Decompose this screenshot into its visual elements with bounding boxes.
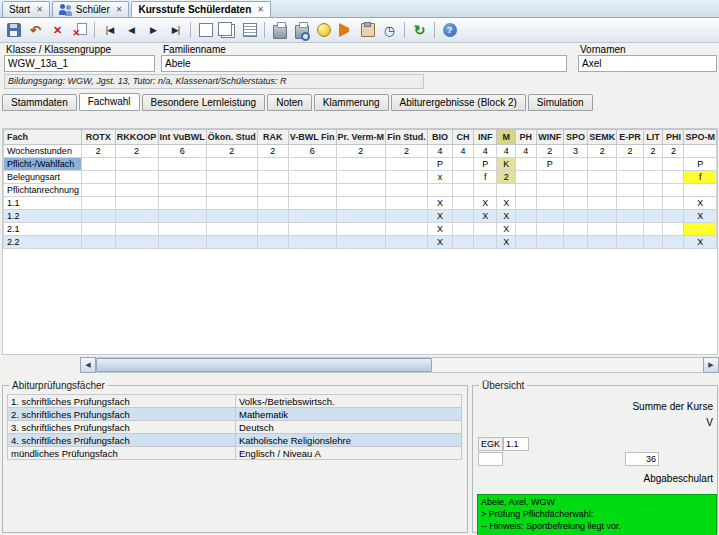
grid-cell[interactable] [663,171,684,184]
copy-record-button[interactable] [217,20,238,41]
grid-cell[interactable] [81,210,115,223]
grid-cell[interactable] [386,158,428,171]
grid-cell[interactable] [81,158,115,171]
help-button[interactable] [439,20,460,41]
grid-cell[interactable]: P [536,158,563,171]
grid-cell[interactable] [336,210,386,223]
column-header-inf[interactable]: INF [474,130,497,145]
grid-cell[interactable] [564,171,588,184]
grid-cell[interactable] [588,197,617,210]
column-header-phi[interactable]: PHI [663,130,684,145]
grid-cell[interactable] [536,236,563,249]
grid-cell[interactable] [158,197,206,210]
exam-subject-label[interactable]: 1. schriftliches Prüfungsfach [8,395,236,408]
grid-cell[interactable]: P [684,158,717,171]
grid-cell[interactable] [564,210,588,223]
grid-cell[interactable] [536,184,563,197]
grid-cell[interactable] [452,197,473,210]
grid-cell[interactable]: 2 [206,145,257,158]
tab-fachwahl[interactable]: Fachwahl [79,93,140,111]
grid-cell[interactable] [684,184,717,197]
grid-cell[interactable] [617,158,643,171]
column-header-rak[interactable]: RAK [257,130,288,145]
grid-cell[interactable]: x [427,171,452,184]
grid-cell[interactable] [257,197,288,210]
grid-cell[interactable] [206,184,257,197]
nav-next-button[interactable] [143,20,164,41]
row-label-belegungsart[interactable]: Belegungsart [4,171,82,184]
grid-cell[interactable] [536,197,563,210]
grid-cell[interactable] [81,171,115,184]
grid-cell[interactable] [115,210,158,223]
grid-cell[interactable]: 2 [497,171,516,184]
grid-cell[interactable] [564,184,588,197]
grid-cell[interactable] [386,210,428,223]
column-header-spo[interactable]: SPO [564,130,588,145]
exam-subject-value[interactable]: Mathematik [236,408,462,421]
grid-cell[interactable]: f [474,171,497,184]
column-header-lit[interactable]: LIT [643,130,663,145]
grid-cell[interactable]: 4 [452,145,473,158]
column-header-oekon-stud[interactable]: Ökon. Stud [206,130,257,145]
grid-cell[interactable]: 2 [386,145,428,158]
grid-cell[interactable]: X [427,197,452,210]
grid-cell[interactable]: 2 [588,145,617,158]
column-header-int-vubwl[interactable]: Int VuBWL [158,130,206,145]
grid-cell[interactable]: K [497,158,516,171]
nav-prev-button[interactable] [121,20,142,41]
grid-cell[interactable]: P [474,158,497,171]
grid-cell[interactable] [336,171,386,184]
tab-noten[interactable]: Noten [267,94,312,111]
grid-cell[interactable] [206,171,257,184]
grid-cell[interactable]: 2 [643,145,663,158]
grid-cell[interactable]: X [684,236,717,249]
grid-cell[interactable] [617,236,643,249]
grid-cell[interactable] [564,197,588,210]
announce-button[interactable] [335,20,356,41]
exam-subject-label[interactable]: 4. schriftliches Prüfungsfach [8,434,236,447]
print-preview-button[interactable] [291,20,312,41]
grid-cell[interactable] [386,236,428,249]
column-header-rotx[interactable]: ROTX [81,130,115,145]
grid-cell[interactable]: X [427,236,452,249]
grid-cell[interactable] [516,236,536,249]
grid-cell[interactable] [684,223,717,236]
close-tab-icon[interactable]: ✕ [116,5,123,14]
grid-cell[interactable] [206,210,257,223]
grid-cell[interactable] [336,223,386,236]
column-header-e-pr[interactable]: E-PR [617,130,643,145]
grid-cell[interactable]: 2 [336,145,386,158]
grid-cell[interactable] [288,158,336,171]
grid-cell[interactable] [588,184,617,197]
grid-cell[interactable] [497,184,516,197]
row-label-1-1[interactable]: 1.1 [4,197,82,210]
grid-cell[interactable]: 6 [158,145,206,158]
grid-cell[interactable] [474,223,497,236]
document-tab-schueler[interactable]: Schüler✕ [52,1,130,17]
row-label-wochenstunden[interactable]: Wochenstunden [4,145,82,158]
grid-cell[interactable] [663,158,684,171]
grid-cell[interactable] [206,158,257,171]
scroll-thumb[interactable] [96,358,432,372]
grid-cell[interactable]: 2 [115,145,158,158]
revert-button[interactable] [25,20,46,41]
grid-cell[interactable] [452,158,473,171]
grid-cell[interactable]: 2 [257,145,288,158]
grid-cell[interactable]: X [474,210,497,223]
grid-cell[interactable] [288,184,336,197]
grid-cell[interactable] [643,223,663,236]
grid-cell[interactable]: P [427,158,452,171]
column-header-m[interactable]: M [497,130,516,145]
list-view-button[interactable] [239,20,260,41]
exam-subject-value[interactable]: Katholische Religionslehre [236,434,462,447]
grid-cell[interactable]: X [497,197,516,210]
grid-cell[interactable] [588,223,617,236]
grid-cell[interactable] [288,210,336,223]
close-record-button[interactable] [69,20,90,41]
grid-cell[interactable] [452,171,473,184]
grid-cell[interactable] [643,197,663,210]
grid-cell[interactable]: 4 [474,145,497,158]
grid-cell[interactable] [336,197,386,210]
grid-cell[interactable] [516,158,536,171]
grid-cell[interactable] [158,236,206,249]
